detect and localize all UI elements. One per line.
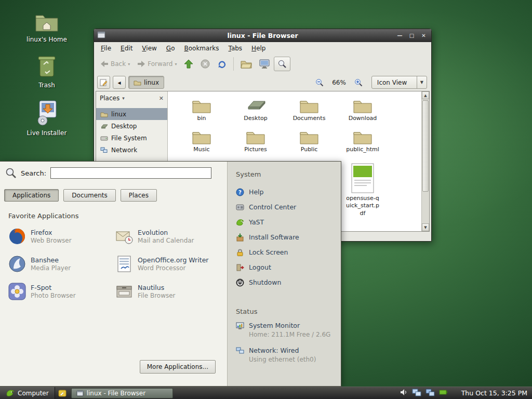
menu-file[interactable]: File [97,43,115,54]
system-item-logout[interactable]: Logout [236,260,337,275]
clock[interactable]: Thu Oct 15, 3:25 PM [461,389,527,397]
system-item-help[interactable]: ? Help [236,184,337,200]
favorites-header: Favorite Applications [8,212,79,220]
app-openoffice-writer[interactable]: OpenOffice.org WriterWord Processor [115,254,222,274]
logout-icon [236,263,244,272]
menu-bookmarks[interactable]: Bookmarks [180,43,223,54]
battery-icon[interactable] [439,389,448,397]
menu-go[interactable]: Go [162,43,179,54]
up-button[interactable] [181,57,196,71]
menu-view[interactable]: View [138,43,161,54]
search-button[interactable] [274,57,290,71]
sidebar-close-icon[interactable]: ✕ [159,95,164,102]
toolbar-separator [233,57,234,71]
system-item-control-center[interactable]: Control Center [236,200,337,215]
home-folder-icon [35,11,59,32]
status-item-network[interactable]: Network: Wired Using ethernet (eth0) [236,347,337,363]
file-item-public-html[interactable]: public_html [338,130,388,153]
folder-icon [192,130,211,144]
computer-menu-button[interactable]: Computer [0,387,55,399]
sidebar-item-network[interactable]: Network [96,144,167,156]
desktop-icon-live-installer[interactable]: Live Installer [20,100,74,137]
system-tray: Thu Oct 15, 3:25 PM [400,389,532,398]
sidebar-item-file-system[interactable]: File System [96,132,167,144]
desktop-icon-home[interactable]: linux's Home [20,11,74,43]
search-icon [277,59,287,69]
path-segment-button[interactable]: linux [128,76,164,89]
refresh-icon [217,59,227,69]
scrollbar-track[interactable] [422,99,429,223]
search-input[interactable] [50,167,211,179]
more-applications-button[interactable]: More Applications... [140,360,216,374]
vertical-scrollbar[interactable]: ▲ ▼ [421,91,429,231]
editor-applet-icon[interactable] [58,389,66,397]
remote-desktop-icon[interactable] [425,389,435,398]
evolution-icon [115,228,133,245]
system-item-shutdown[interactable]: Shutdown [236,275,337,290]
folder-icon [300,130,318,144]
minimize-button[interactable]: — [395,31,405,41]
menu-tabs[interactable]: Tabs [224,43,247,54]
view-mode-select[interactable]: Icon View ▼ [371,76,427,89]
file-item-pictures[interactable]: Pictures [231,130,281,153]
file-item-bin[interactable]: bin [177,99,227,122]
sidebar-item-linux[interactable]: linux [96,108,167,120]
desktop: linux's Home Trash Live Installer linux … [0,0,532,399]
firefox-icon [8,228,26,245]
file-item-public[interactable]: Public [284,130,334,153]
app-evolution[interactable]: EvolutionMail and Calendar [115,226,222,247]
folder-icon [353,99,372,113]
system-item-lock-screen[interactable]: Lock Screen [236,245,337,260]
close-button[interactable]: ✕ [419,31,429,41]
file-item-pdf[interactable]: opensuse-quick_start.pdf [338,163,388,217]
system-monitor-icon [236,322,244,330]
tab-applications[interactable]: Applications [4,189,59,202]
home-folder-button[interactable] [237,57,255,71]
desktop-icon-trash[interactable]: Trash [20,54,74,89]
system-item-yast[interactable]: YaST [236,215,337,230]
search-icon [5,167,17,179]
up-arrow-icon [184,59,193,69]
app-firefox[interactable]: FirefoxWeb Browser [8,226,115,247]
power-icon [236,278,244,287]
drive-icon [100,135,108,141]
status-item-system-monitor[interactable]: System Monitor Home: 211.1M Free / 2.6G [236,322,337,338]
menu-edit[interactable]: Edit [116,43,137,54]
menu-help[interactable]: Help [247,43,270,54]
tab-places[interactable]: Places [121,189,157,202]
lock-icon [236,248,244,257]
stop-button [197,57,213,71]
scroll-up-icon[interactable]: ▲ [422,91,429,99]
file-item-music[interactable]: Music [177,130,227,153]
forward-button: Forward ▾ [134,58,180,70]
title-bar[interactable]: linux - File Browser — □ ✕ [94,29,431,42]
folder-icon [353,130,372,144]
pdf-document-icon [351,163,374,193]
app-fspot[interactable]: F-SpotPhoto Browser [8,281,115,302]
file-item-desktop[interactable]: Desktop [231,99,281,122]
app-nautilus[interactable]: NautilusFile Browser [115,281,222,302]
zoom-in-button[interactable] [351,76,366,89]
system-item-install-software[interactable]: Install Software [236,230,337,245]
zoom-out-button[interactable] [312,76,327,89]
computer-button[interactable] [256,57,273,71]
places-header[interactable]: Places ▾ ✕ [96,91,167,105]
refresh-button[interactable] [214,57,230,71]
back-arrow-icon [100,60,109,68]
taskbar-window-button[interactable]: linux - File Browser [71,388,173,398]
toggle-location-entry-button[interactable] [97,76,110,89]
file-item-download[interactable]: Download [338,99,388,122]
sidebar-item-desktop[interactable]: Desktop [96,120,167,132]
main-menu-panel: Search: Applications Documents Places Fa… [0,161,341,387]
network-tray-icon[interactable] [412,389,421,398]
status-header: Status [236,308,337,315]
scroll-down-icon[interactable]: ▼ [422,223,429,231]
app-banshee[interactable]: BansheeMedia Player [8,254,115,274]
volume-icon[interactable] [400,389,408,397]
scrollbar-thumb[interactable] [422,100,429,192]
file-item-documents[interactable]: Documents [284,99,334,122]
trash-icon [36,54,57,78]
tab-documents[interactable]: Documents [63,189,115,202]
maximize-button[interactable]: □ [407,31,417,41]
path-scroll-left-button[interactable]: ◂ [113,76,126,89]
